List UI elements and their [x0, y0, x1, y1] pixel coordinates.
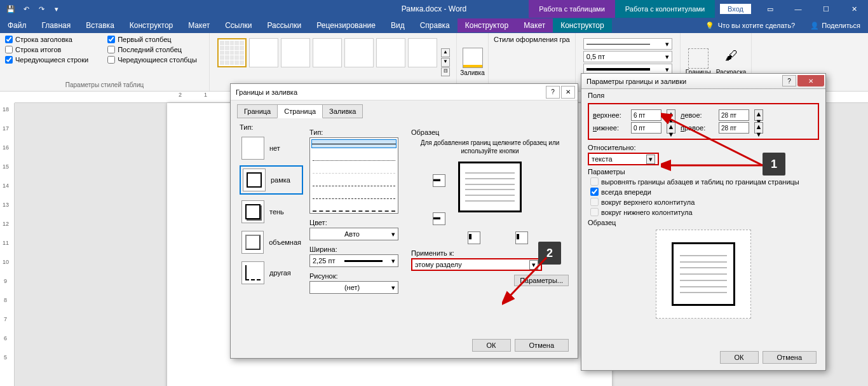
- dialog2-close-icon[interactable]: ✕: [797, 75, 824, 86]
- border-options-dialog: Параметры границы и заливки ? ✕ Поля вер…: [581, 73, 826, 371]
- borders-button[interactable]: Границы: [686, 48, 711, 76]
- tab-view[interactable]: Вид: [383, 18, 412, 32]
- pen-style-select[interactable]: ▾: [583, 38, 672, 50]
- width-label: Ширина:: [309, 245, 405, 253]
- tab-review[interactable]: Рецензирование: [309, 18, 383, 32]
- dialog2-cancel-button[interactable]: Отмена: [763, 351, 817, 364]
- tab-table-layout[interactable]: Макет: [516, 18, 553, 32]
- color-label: Цвет:: [309, 219, 405, 226]
- width-select[interactable]: 2,25 пт▾: [309, 254, 398, 267]
- left-margin-spinner[interactable]: ▲▼: [754, 109, 763, 121]
- check-around-header[interactable]: вокруг верхнего колонтитула: [590, 198, 817, 206]
- edge-left-button[interactable]: ▮: [468, 231, 480, 244]
- tab-mailings[interactable]: Рассылки: [259, 18, 309, 32]
- relative-to-select[interactable]: текста▾: [588, 153, 659, 165]
- check-around-footer[interactable]: вокруг нижнего колонтитула: [590, 208, 817, 216]
- gallery-down-icon[interactable]: ▼: [441, 58, 450, 67]
- dialog2-ok-button[interactable]: ОК: [720, 351, 759, 364]
- tab-border[interactable]: Граница: [237, 104, 278, 118]
- preview-hint: Для добавления границ щелкните образец и…: [411, 139, 569, 155]
- tab-table-constructor[interactable]: Конструктор: [458, 18, 516, 32]
- tab-fill[interactable]: Заливка: [322, 104, 363, 118]
- maximize-icon[interactable]: ☐: [812, 0, 840, 18]
- dialog2-help-icon[interactable]: ?: [782, 75, 796, 86]
- type-custom[interactable]: другая: [240, 259, 303, 286]
- group-label-style-options: Параметры стилей таблиц: [5, 81, 204, 88]
- borders-shading-dialog: Границы и заливка ? ✕ Граница Страница З…: [230, 83, 578, 359]
- share-button[interactable]: 👤 Поделиться: [803, 19, 868, 32]
- left-margin-label: левое:: [681, 111, 714, 119]
- lightbulb-icon: 💡: [705, 22, 714, 30]
- vertical-ruler: 18 17 16 15 14 13 12 11 10 9 8 7 6 5: [0, 103, 15, 386]
- tab-header-constructor[interactable]: Конструктор: [553, 18, 611, 32]
- check-header-row[interactable]: Строка заголовка: [5, 36, 88, 43]
- tab-help[interactable]: Справка: [412, 18, 458, 32]
- save-icon[interactable]: 💾: [5, 3, 17, 15]
- border-styles-label: Стили оформления гра: [489, 33, 576, 91]
- tab-insert[interactable]: Вставка: [78, 18, 122, 32]
- titlebar: 💾 ↶ ↷ ▾ Рамка.docx - Word Работа с табли…: [0, 0, 868, 18]
- preview-sample[interactable]: [458, 162, 522, 212]
- edge-bottom-button[interactable]: ▬: [433, 212, 445, 225]
- dialog2-titlebar[interactable]: Параметры границы и заливки ? ✕: [581, 74, 825, 89]
- bottom-margin-label: нижнее:: [593, 124, 626, 132]
- gallery-up-icon[interactable]: ▲: [441, 48, 450, 57]
- top-margin-spinner[interactable]: ▲▼: [667, 109, 675, 121]
- check-banded-rows[interactable]: Чередующиеся строки: [5, 56, 88, 64]
- bottom-margin-spinner[interactable]: ▲▼: [667, 122, 675, 134]
- right-margin-spinner[interactable]: ▲▼: [754, 122, 763, 134]
- art-select[interactable]: (нет)▾: [309, 281, 398, 294]
- cancel-button[interactable]: Отмена: [515, 339, 569, 352]
- dialog-help-icon[interactable]: ?: [546, 86, 560, 99]
- top-margin-label: верхнее:: [593, 111, 626, 119]
- check-align-borders[interactable]: выровнять границы абзацев и таблиц по гр…: [590, 177, 817, 186]
- top-margin-input[interactable]: 6 пт: [631, 109, 661, 121]
- table-styles-gallery[interactable]: [215, 36, 440, 88]
- tab-constructor[interactable]: Конструктор: [122, 18, 180, 32]
- share-icon: 👤: [810, 22, 819, 30]
- format-painter-button[interactable]: 🖌 Раскраска: [716, 48, 747, 76]
- type-box[interactable]: рамка: [240, 165, 303, 195]
- tab-links[interactable]: Ссылки: [217, 18, 259, 32]
- right-margin-input[interactable]: 28 пт: [719, 122, 749, 134]
- close-icon[interactable]: ✕: [840, 0, 868, 18]
- undo-icon[interactable]: ↶: [20, 3, 32, 15]
- check-banded-cols[interactable]: Чередующиеся столбцы: [107, 56, 197, 64]
- redo-icon[interactable]: ↷: [36, 3, 47, 15]
- qat-dropdown-icon[interactable]: ▾: [51, 3, 62, 15]
- left-margin-input[interactable]: 28 пт: [719, 109, 749, 121]
- ok-button[interactable]: ОК: [472, 339, 511, 352]
- edge-top-button[interactable]: ▬: [433, 174, 445, 187]
- type-3d[interactable]: объемная: [240, 229, 303, 256]
- tab-page[interactable]: Страница: [277, 104, 323, 118]
- type-none[interactable]: нет: [240, 135, 303, 162]
- dialog-close-icon[interactable]: ✕: [561, 86, 575, 99]
- login-button[interactable]: Вход: [720, 4, 751, 14]
- apply-to-select[interactable]: этому разделу▾: [411, 258, 542, 271]
- shading-button[interactable]: Заливка: [457, 33, 489, 91]
- ribbon-tabs: Файл Главная Вставка Конструктор Макет С…: [0, 18, 868, 33]
- edge-right-button[interactable]: ▮: [515, 231, 528, 244]
- gallery-more-icon[interactable]: ⊟: [441, 67, 450, 76]
- type-shadow[interactable]: тень: [240, 198, 303, 225]
- check-last-col[interactable]: Последний столбец: [107, 46, 197, 53]
- line-style-list[interactable]: [309, 137, 398, 214]
- pen-width-select[interactable]: 0,5 пт▾: [583, 51, 672, 62]
- check-first-col[interactable]: Первый столбец: [107, 36, 197, 43]
- margins-group: верхнее: 6 пт ▲▼ левое: 28 пт ▲▼ нижнее:…: [588, 103, 819, 140]
- tab-home[interactable]: Главная: [34, 18, 79, 32]
- tab-file[interactable]: Файл: [0, 18, 34, 32]
- dialog-titlebar[interactable]: Границы и заливка ? ✕: [231, 84, 578, 100]
- bottom-margin-input[interactable]: 0 пт: [631, 122, 661, 134]
- check-total-row[interactable]: Строка итогов: [5, 46, 88, 53]
- color-select[interactable]: Авто▾: [309, 228, 398, 240]
- check-always-front[interactable]: всегда впереди: [590, 188, 817, 196]
- tell-me-search[interactable]: 💡 Что вы хотите сделать?: [698, 22, 803, 30]
- callout-1: 1: [763, 153, 785, 176]
- ribbon-display-icon[interactable]: ▭: [756, 0, 784, 18]
- brush-icon: 🖌: [721, 48, 742, 69]
- document-title: Рамка.docx - Word: [402, 4, 467, 13]
- options-button[interactable]: Параметры...: [514, 275, 569, 286]
- minimize-icon[interactable]: —: [784, 0, 812, 18]
- tab-layout[interactable]: Макет: [180, 18, 217, 32]
